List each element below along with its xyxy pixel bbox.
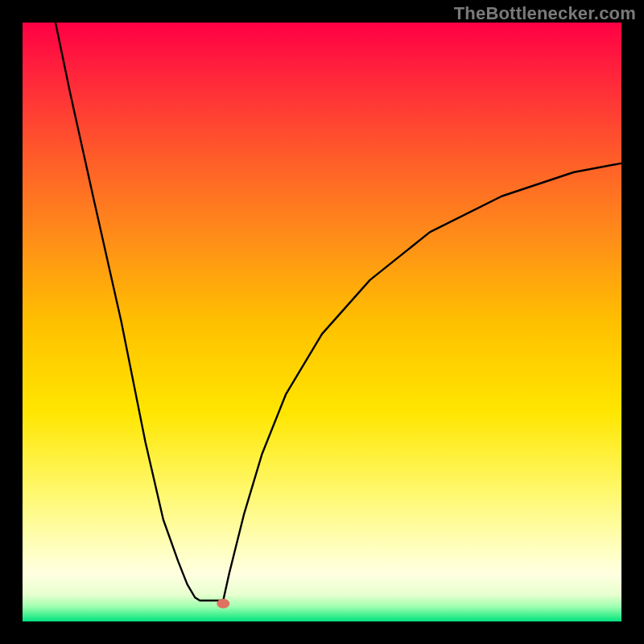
gradient-rect: [23, 23, 621, 621]
gradient-plot: [23, 23, 621, 621]
plot-area: [23, 23, 621, 621]
watermark-label: TheBottlenecker.com: [454, 3, 636, 24]
chart-frame: TheBottlenecker.com: [0, 0, 644, 644]
minimum-marker: [217, 599, 229, 609]
